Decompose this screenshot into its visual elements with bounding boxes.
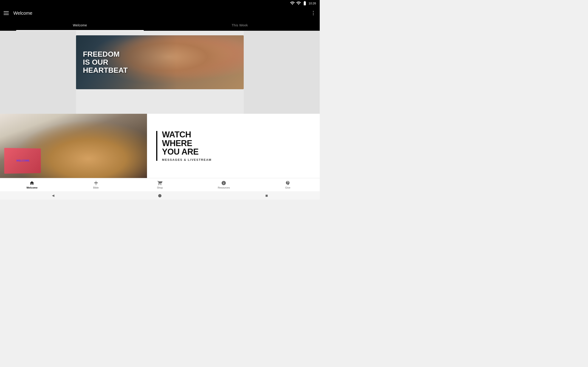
nav-give[interactable]: Give bbox=[256, 178, 320, 191]
nav-give-label: Give bbox=[285, 186, 291, 189]
hero-image: FREEDOM IS OUR HEARTBEAT bbox=[76, 35, 244, 89]
cross-icon bbox=[94, 181, 99, 186]
laptop-screen: WELCOME bbox=[4, 148, 41, 174]
android-home-button[interactable]: ⬤ bbox=[158, 194, 162, 197]
vertical-accent-bar bbox=[156, 131, 157, 161]
watch-card-subtitle: MESSAGES & LIVESTREAM bbox=[162, 158, 212, 161]
tab-this-week[interactable]: This Week bbox=[160, 20, 320, 31]
app-title: Welcome bbox=[13, 10, 32, 16]
tab-welcome[interactable]: Welcome bbox=[0, 20, 160, 31]
app-bar-left: Welcome bbox=[4, 10, 32, 16]
nav-welcome-label: Welcome bbox=[26, 186, 37, 189]
give-icon bbox=[285, 181, 290, 186]
nav-bible[interactable]: Bible bbox=[64, 178, 128, 191]
bottom-nav: Welcome Bible Shop Resources Give bbox=[0, 178, 320, 191]
status-time: 10:26 bbox=[309, 2, 316, 5]
android-recent-button[interactable]: ◼ bbox=[265, 194, 268, 197]
status-icons: 10:26 bbox=[290, 1, 316, 6]
watch-card[interactable]: WATCH WHERE YOU ARE MESSAGES & LIVESTREA… bbox=[147, 114, 320, 178]
laptop-image-section[interactable]: WELCOME bbox=[0, 114, 147, 178]
wifi-icon bbox=[290, 1, 295, 6]
app-bar: Welcome ⋮ bbox=[0, 6, 320, 20]
home-icon bbox=[29, 181, 35, 186]
laptop-screen-content: WELCOME bbox=[4, 148, 41, 174]
more-options-button[interactable]: ⋮ bbox=[311, 10, 316, 16]
signal-icon bbox=[296, 1, 301, 6]
nav-shop-label: Shop bbox=[157, 186, 163, 189]
android-back-button[interactable]: ◀ bbox=[52, 194, 54, 197]
main-content: FREEDOM IS OUR HEARTBEAT WELCOME WATCH bbox=[0, 31, 320, 178]
bottom-content-row: WELCOME WATCH WHERE YOU ARE MESSAGES & L… bbox=[0, 114, 320, 178]
nav-welcome[interactable]: Welcome bbox=[0, 178, 64, 191]
watch-card-text: WATCH WHERE YOU ARE MESSAGES & LIVESTREA… bbox=[162, 130, 212, 161]
android-nav: ◀ ⬤ ◼ bbox=[0, 191, 320, 200]
cart-icon bbox=[157, 181, 162, 186]
info-icon bbox=[221, 181, 226, 186]
nav-resources-label: Resources bbox=[218, 186, 230, 189]
hero-text: FREEDOM IS OUR HEARTBEAT bbox=[83, 50, 128, 75]
tab-bar: Welcome This Week bbox=[0, 20, 320, 31]
hero-banner[interactable]: FREEDOM IS OUR HEARTBEAT bbox=[76, 35, 244, 89]
status-bar: 10:26 bbox=[0, 0, 320, 6]
laptop-screen-text: WELCOME bbox=[16, 159, 29, 162]
nav-bible-label: Bible bbox=[93, 186, 99, 189]
battery-icon bbox=[302, 1, 307, 6]
nav-resources[interactable]: Resources bbox=[192, 178, 256, 191]
nav-shop[interactable]: Shop bbox=[128, 178, 192, 191]
menu-button[interactable] bbox=[4, 11, 9, 15]
